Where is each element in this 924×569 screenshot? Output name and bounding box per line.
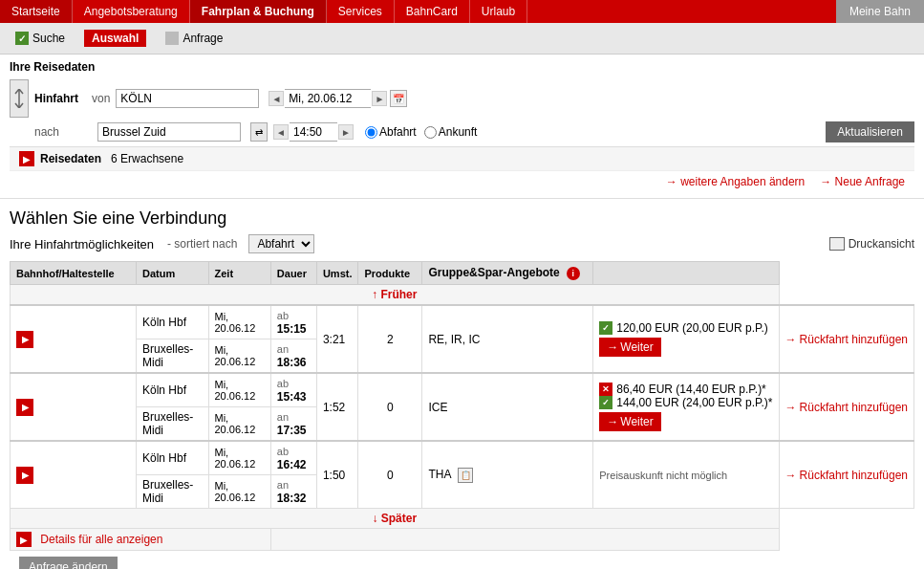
nav-meine-bahn[interactable]: Meine Bahn bbox=[836, 0, 924, 23]
nav-services[interactable]: Services bbox=[327, 0, 395, 23]
time-next-button[interactable]: ► bbox=[338, 124, 354, 140]
rueckfahrt-cell-3: → Rückfahrt hinzufügen bbox=[779, 441, 913, 509]
date-bot-2: Mi, 20.06.12 bbox=[208, 407, 270, 442]
date-bot-1: Mi, 20.06.12 bbox=[208, 339, 270, 374]
time-top-1: ab 15:15 bbox=[270, 305, 316, 339]
top-navigation: Startseite Angebotsberatung Fahrplan & B… bbox=[0, 0, 924, 23]
ankunft-radio[interactable] bbox=[424, 126, 437, 139]
calendar-button[interactable]: 📅 bbox=[390, 90, 407, 107]
col-umst: Umst. bbox=[316, 262, 358, 285]
nav-startseite[interactable]: Startseite bbox=[0, 0, 73, 23]
umst-cell-3: 0 bbox=[358, 441, 422, 509]
time-bot-2: an 17:35 bbox=[270, 407, 316, 442]
date-nav: ◄ ► 📅 bbox=[269, 89, 407, 108]
price-line-2a: ✕ 86,40 EUR (14,40 EUR p.P.)* bbox=[599, 383, 772, 396]
tab-suche[interactable]: ✓ Suche bbox=[8, 29, 73, 48]
date-bot-3: Mi, 20.06.12 bbox=[208, 475, 270, 509]
green-check-icon-2: ✓ bbox=[599, 396, 612, 409]
hinfahrt-options-label: Ihre Hinfahrtmöglichkeiten bbox=[10, 237, 154, 252]
rueckfahrt-link-2[interactable]: → Rückfahrt hinzufügen bbox=[785, 402, 908, 413]
produkte-cell-2: ICE bbox=[422, 373, 593, 441]
hinfahrt-label: Hinfahrt bbox=[34, 92, 92, 105]
nav-urlaub[interactable]: Urlaub bbox=[470, 0, 527, 23]
tab-anfrage[interactable]: Anfrage bbox=[158, 29, 230, 48]
time-nav: ◄ ► bbox=[273, 122, 354, 142]
duration-cell-2: 1:52 bbox=[316, 373, 358, 441]
details-spacer bbox=[270, 529, 779, 551]
nach-label: nach bbox=[34, 125, 92, 139]
abfahrt-label: Abfahrt bbox=[379, 125, 417, 139]
train-icon-3: ▶ bbox=[16, 467, 33, 484]
col-zeit: Zeit bbox=[208, 262, 270, 285]
train-icon-1: ▶ bbox=[16, 331, 33, 348]
price-cell-2: ✕ 86,40 EUR (14,40 EUR p.P.)* ✓ 144,00 E… bbox=[593, 373, 779, 441]
anfrage-button[interactable]: Anfrage ändern bbox=[19, 557, 118, 569]
rueckfahrt-link-3[interactable]: → Rückfahrt hinzufügen bbox=[785, 470, 908, 481]
from-input[interactable] bbox=[116, 89, 259, 108]
weitere-link[interactable]: → weitere Angaben ändern bbox=[666, 175, 805, 188]
price-text-2b: 144,00 EUR (24,00 EUR p.P.)* bbox=[616, 396, 772, 409]
ankunft-radio-label[interactable]: Ankunft bbox=[424, 125, 478, 139]
time-bot-1: an 18:36 bbox=[270, 339, 316, 374]
details-expand-icon[interactable]: ▶ bbox=[16, 532, 32, 547]
spaeter-button[interactable]: Später bbox=[381, 512, 417, 525]
train-icon-cell-2: ▶ bbox=[11, 373, 137, 441]
expand-button[interactable]: ▶ bbox=[19, 151, 34, 166]
col-dauer: Dauer bbox=[270, 262, 316, 285]
swap-button[interactable]: ⇄ bbox=[250, 122, 268, 142]
sort-select[interactable]: Abfahrt bbox=[248, 234, 314, 253]
date-next-button[interactable]: ► bbox=[372, 91, 387, 106]
details-cell: ▶ Details für alle anzeigen bbox=[11, 529, 271, 551]
time-value-2: 15:43 bbox=[277, 390, 307, 404]
reisedaten-title: Ihre Reisedaten bbox=[10, 60, 914, 74]
tab-auswahl-label: Auswahl bbox=[84, 30, 146, 47]
time-value-1: 15:15 bbox=[277, 322, 307, 336]
abfahrt-radio[interactable] bbox=[365, 126, 377, 139]
date-prev-button[interactable]: ◄ bbox=[269, 91, 284, 106]
verbindung-title: Wählen Sie eine Verbindung bbox=[10, 208, 914, 229]
station-bot-3: Bruxelles-Midi bbox=[137, 475, 209, 509]
time-value-bot-2: 17:35 bbox=[277, 424, 307, 437]
duration-cell-3: 1:50 bbox=[316, 441, 358, 509]
tab-anfrage-label: Anfrage bbox=[183, 32, 223, 45]
nav-fahrplan-buchung[interactable]: Fahrplan & Buchung bbox=[190, 0, 327, 23]
price-cell-3: Preisauskunft nicht möglich bbox=[593, 441, 779, 509]
to-input[interactable] bbox=[97, 122, 241, 142]
date-top-2: Mi, 20.06.12 bbox=[208, 373, 270, 407]
arrow-icon-2: → bbox=[607, 415, 618, 428]
abfahrt-radio-label[interactable]: Abfahrt bbox=[365, 125, 417, 139]
weiter-button-1[interactable]: → Weiter bbox=[599, 338, 660, 357]
druckansicht-link[interactable]: Druckansicht bbox=[829, 237, 914, 251]
umst-cell-1: 2 bbox=[358, 305, 422, 373]
timetable-icon-3[interactable]: 📋 bbox=[458, 468, 473, 483]
red-x-icon-2: ✕ bbox=[599, 383, 612, 396]
info-icon[interactable]: i bbox=[567, 267, 580, 280]
date-input[interactable] bbox=[285, 89, 371, 108]
date-top-1: Mi, 20.06.12 bbox=[208, 305, 270, 339]
aktualisieren-button[interactable]: Aktualisieren bbox=[826, 121, 914, 142]
time-input[interactable] bbox=[290, 122, 337, 142]
neue-anfrage-link[interactable]: → Neue Anfrage bbox=[820, 175, 905, 188]
check-gray-icon bbox=[165, 32, 179, 45]
time-prev-button[interactable]: ◄ bbox=[273, 124, 289, 140]
main-content: Ihre Reisedaten Hinfahrt von ◄ ► 📅 nach … bbox=[0, 55, 924, 569]
col-angebote: Gruppe&Spar-Angebote i bbox=[422, 262, 593, 285]
col-station: Bahnhof/Haltestelle bbox=[11, 262, 137, 285]
frueher-button[interactable]: Früher bbox=[380, 288, 417, 301]
rueckfahrt-link-1[interactable]: → Rückfahrt hinzufügen bbox=[785, 334, 908, 345]
green-check-icon-1: ✓ bbox=[599, 321, 612, 335]
rueckfahrt-cell-2: → Rückfahrt hinzufügen bbox=[779, 373, 913, 441]
nav-angebotsberatung[interactable]: Angebotsberatung bbox=[73, 0, 190, 23]
ab-label-1: ab bbox=[277, 310, 289, 321]
reisedaten-label: Reisedaten bbox=[40, 152, 101, 165]
duration-cell-1: 3:21 bbox=[316, 305, 358, 373]
route-switch-icon[interactable] bbox=[10, 79, 29, 118]
sub-navigation: ✓ Suche Auswahl Anfrage bbox=[0, 23, 924, 55]
details-link[interactable]: Details für alle anzeigen bbox=[40, 533, 162, 546]
table-row: ▶ Köln Hbf Mi, 20.06.12 ab 15:43 1:52 0 … bbox=[11, 373, 914, 407]
tab-suche-label: Suche bbox=[32, 32, 65, 45]
price-line-1: ✓ 120,00 EUR (20,00 EUR p.P.) bbox=[599, 321, 772, 335]
weiter-button-2[interactable]: → Weiter bbox=[599, 412, 660, 431]
nav-bahncard[interactable]: BahnCard bbox=[395, 0, 470, 23]
tab-auswahl[interactable]: Auswahl bbox=[76, 27, 154, 50]
